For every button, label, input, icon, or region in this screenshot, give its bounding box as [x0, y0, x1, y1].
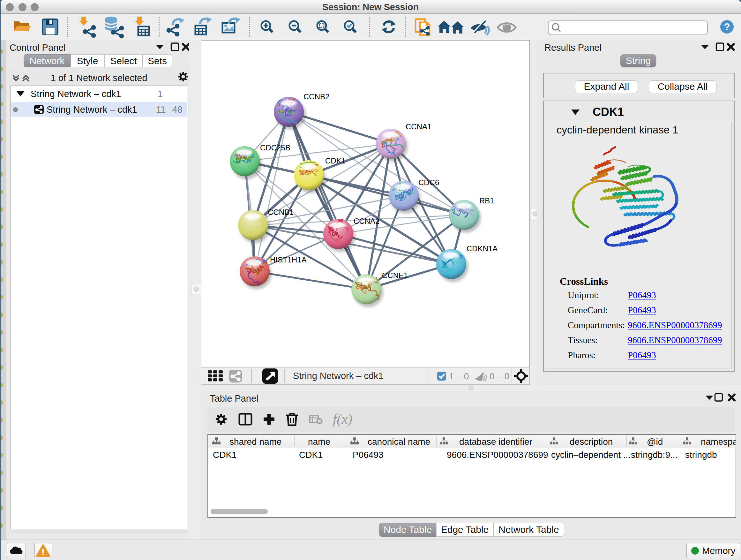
- svg-text:1 – 0: 1 – 0: [449, 371, 469, 381]
- svg-text:CCNE1: CCNE1: [382, 271, 408, 280]
- svg-text:CDC6: CDC6: [418, 178, 439, 187]
- svg-text:HIST1H1A: HIST1H1A: [270, 255, 307, 264]
- svg-text:0 – 0: 0 – 0: [489, 371, 509, 381]
- svg-text:?: ?: [724, 21, 730, 33]
- svg-text:CCNA2: CCNA2: [354, 217, 380, 226]
- svg-text:f(x): f(x): [333, 411, 352, 427]
- svg-text:String Network – cdk1: String Network – cdk1: [293, 371, 384, 381]
- svg-text:RB1: RB1: [479, 196, 494, 205]
- svg-text:CCNB2: CCNB2: [304, 92, 329, 101]
- svg-text:CDC25B: CDC25B: [260, 143, 290, 152]
- svg-text:CDK1: CDK1: [325, 157, 346, 165]
- svg-text:CCNA1: CCNA1: [406, 122, 431, 131]
- svg-text:CDKN1A: CDKN1A: [467, 244, 497, 253]
- svg-text:CCNB1: CCNB1: [268, 208, 293, 216]
